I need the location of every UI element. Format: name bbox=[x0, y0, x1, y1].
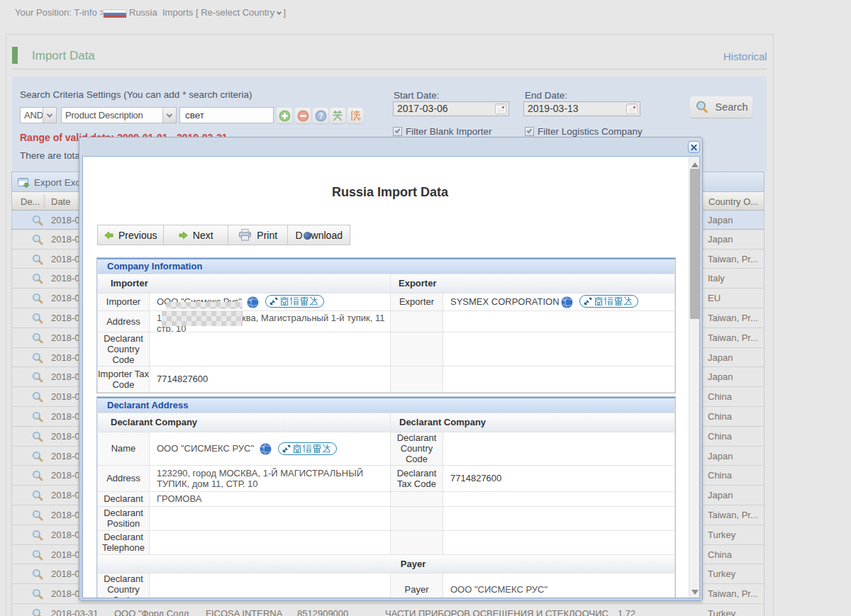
svg-text:?: ? bbox=[318, 112, 323, 120]
